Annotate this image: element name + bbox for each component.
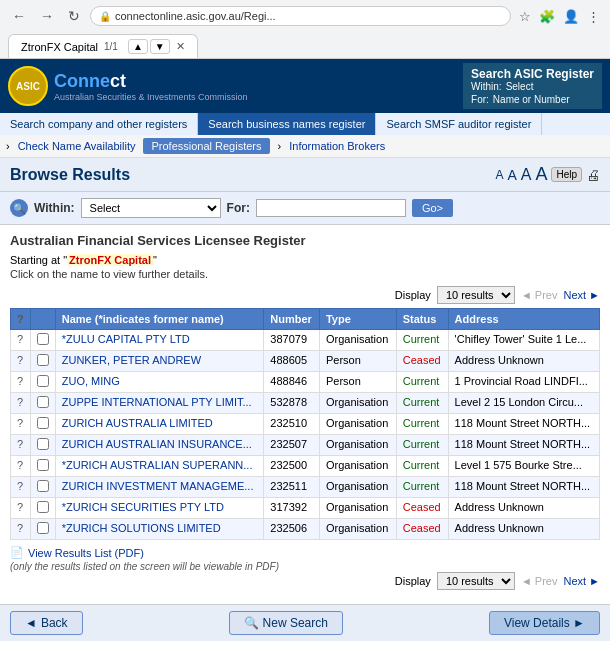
tab-company-search[interactable]: Search company and other registers — [0, 113, 198, 135]
row-checkbox-0[interactable] — [37, 333, 49, 345]
table-row: ? *ZURICH SOLUTIONS LIMITED 232506 Organ… — [11, 519, 600, 540]
back-button[interactable]: ◄ Back — [10, 611, 83, 635]
help-cell-5: ? — [11, 435, 31, 456]
display-select-bottom[interactable]: 10 results25 results50 results — [437, 572, 515, 590]
next-button-top[interactable]: Next ► — [563, 289, 600, 301]
name-link-6[interactable]: *ZURICH AUSTRALIAN SUPERANN... — [62, 459, 253, 471]
check-cell-7 — [30, 477, 55, 498]
pdf-link-area: 📄 View Results List (PDF) — [10, 546, 600, 559]
address-bar[interactable]: 🔒 connectonline.asic.gov.au/Regi... — [90, 6, 511, 26]
row-help-icon-6[interactable]: ? — [17, 459, 23, 471]
profile-button[interactable]: 👤 — [561, 7, 581, 26]
row-checkbox-9[interactable] — [37, 522, 49, 534]
prev-button-top[interactable]: ◄ Prev — [521, 289, 558, 301]
view-pdf-link[interactable]: View Results List (PDF) — [28, 547, 144, 559]
active-tab[interactable]: ZtronFX Capital 1/1 ▲ ▼ ✕ — [8, 34, 198, 58]
status-cell-7: Current — [396, 477, 448, 498]
row-checkbox-3[interactable] — [37, 396, 49, 408]
search-bar: 🔍 Within: SelectOrganisation NamePerson … — [0, 192, 610, 225]
for-input[interactable] — [256, 199, 406, 217]
row-help-icon-4[interactable]: ? — [17, 417, 23, 429]
extensions-button[interactable]: 🧩 — [537, 7, 557, 26]
tab-smsf-auditor[interactable]: Search SMSF auditor register — [376, 113, 542, 135]
row-checkbox-1[interactable] — [37, 354, 49, 366]
name-link-3[interactable]: ZUPPE INTERNATIONAL PTY LIMIT... — [62, 396, 252, 408]
reload-button[interactable]: ↻ — [64, 6, 84, 26]
number-cell-6: 232500 — [264, 456, 320, 477]
starting-at-suffix: " — [153, 254, 157, 266]
forward-nav-button[interactable]: → — [36, 6, 58, 26]
name-link-5[interactable]: ZURICH AUSTRALIAN INSURANCE... — [62, 438, 252, 450]
col-header-name: Name (*indicates former name) — [55, 309, 264, 330]
professional-registers-button[interactable]: Professional Registers — [143, 138, 269, 154]
starting-at-text: Starting at "ZtronFX Capital" — [10, 254, 600, 266]
prev-button-bottom[interactable]: ◄ Prev — [521, 575, 558, 587]
row-help-icon-9[interactable]: ? — [17, 522, 23, 534]
starting-at-prefix: Starting at " — [10, 254, 67, 266]
row-checkbox-4[interactable] — [37, 417, 49, 429]
name-cell-8: *ZURICH SECURITIES PTY LTD — [55, 498, 264, 519]
name-link-8[interactable]: *ZURICH SECURITIES PTY LTD — [62, 501, 224, 513]
question-mark-icon[interactable]: ? — [17, 313, 24, 325]
name-link-7[interactable]: ZURICH INVESTMENT MANAGEME... — [62, 480, 254, 492]
status-cell-0: Current — [396, 330, 448, 351]
check-name-availability-link[interactable]: Check Name Availability — [18, 140, 136, 152]
click-note: Click on the name to view further detail… — [10, 268, 600, 280]
row-help-icon-2[interactable]: ? — [17, 375, 23, 387]
pdf-icon: 📄 — [10, 546, 24, 559]
menu-button[interactable]: ⋮ — [585, 7, 602, 26]
next-button-bottom[interactable]: Next ► — [563, 575, 600, 587]
name-link-4[interactable]: ZURICH AUSTRALIA LIMITED — [62, 417, 213, 429]
print-icon[interactable]: 🖨 — [586, 167, 600, 183]
address-cell-2: 1 Provincial Road LINDFI... — [448, 372, 599, 393]
font-size-icon-1[interactable]: A — [495, 168, 503, 182]
type-cell-3: Organisation — [319, 393, 396, 414]
font-size-icon-2[interactable]: A — [507, 167, 516, 183]
information-brokers-link[interactable]: Information Brokers — [289, 140, 385, 152]
font-size-icon-4[interactable]: A — [535, 164, 547, 185]
row-help-icon-7[interactable]: ? — [17, 480, 23, 492]
view-details-button[interactable]: View Details ► — [489, 611, 600, 635]
new-search-button[interactable]: 🔍 New Search — [229, 611, 343, 635]
row-help-icon-1[interactable]: ? — [17, 354, 23, 366]
go-button[interactable]: Go> — [412, 199, 453, 217]
name-link-9[interactable]: *ZURICH SOLUTIONS LIMITED — [62, 522, 221, 534]
status-cell-3: Current — [396, 393, 448, 414]
tab-business-names[interactable]: Search business names register — [198, 113, 376, 135]
address-cell-3: Level 2 15 London Circu... — [448, 393, 599, 414]
row-help-icon-5[interactable]: ? — [17, 438, 23, 450]
row-checkbox-2[interactable] — [37, 375, 49, 387]
browser-nav-bar: ← → ↻ 🔒 connectonline.asic.gov.au/Regi..… — [0, 0, 610, 32]
number-cell-9: 232506 — [264, 519, 320, 540]
row-checkbox-6[interactable] — [37, 459, 49, 471]
display-select-top[interactable]: 10 results25 results50 results — [437, 286, 515, 304]
within-select[interactable]: SelectOrganisation NamePerson Name — [81, 198, 221, 218]
name-cell-4: ZURICH AUSTRALIA LIMITED — [55, 414, 264, 435]
row-checkbox-8[interactable] — [37, 501, 49, 513]
table-row: ? ZUO, MING 488846 Person Current 1 Prov… — [11, 372, 600, 393]
browse-results-header: Browse Results A A A A Help 🖨 — [0, 158, 610, 192]
col-header-address: Address — [448, 309, 599, 330]
tab-prev-button[interactable]: ▲ — [128, 39, 148, 54]
help-button[interactable]: Help — [551, 167, 582, 182]
status-cell-6: Current — [396, 456, 448, 477]
table-row: ? ZURICH AUSTRALIA LIMITED 232510 Organi… — [11, 414, 600, 435]
name-link-2[interactable]: ZUO, MING — [62, 375, 120, 387]
row-help-icon-8[interactable]: ? — [17, 501, 23, 513]
back-nav-button[interactable]: ← — [8, 6, 30, 26]
row-checkbox-7[interactable] — [37, 480, 49, 492]
col-header-check — [30, 309, 55, 330]
row-help-icon-3[interactable]: ? — [17, 396, 23, 408]
name-link-0[interactable]: *ZULU CAPITAL PTY LTD — [62, 333, 190, 345]
row-help-icon-0[interactable]: ? — [17, 333, 23, 345]
bookmark-button[interactable]: ☆ — [517, 7, 533, 26]
tab-next-button[interactable]: ▼ — [150, 39, 170, 54]
for-label: For: — [227, 201, 250, 215]
name-link-1[interactable]: ZUNKER, PETER ANDREW — [62, 354, 201, 366]
font-size-icon-3[interactable]: A — [521, 166, 532, 184]
tab-close-button[interactable]: ✕ — [176, 40, 185, 53]
search-icon: 🔍 — [10, 199, 28, 217]
number-cell-7: 232511 — [264, 477, 320, 498]
row-checkbox-5[interactable] — [37, 438, 49, 450]
asic-search-title: Search ASIC Register — [471, 67, 594, 81]
